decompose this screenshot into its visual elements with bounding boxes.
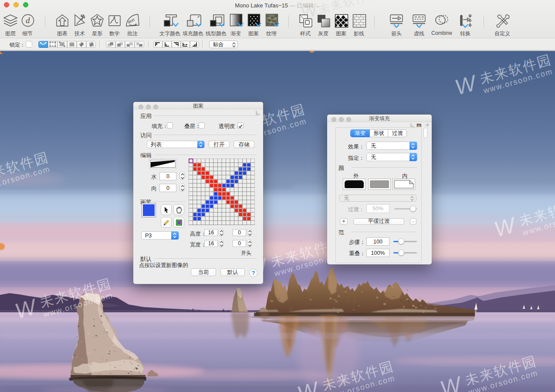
svg-text:d: d [26,16,30,25]
svg-text:text: text [127,17,135,25]
